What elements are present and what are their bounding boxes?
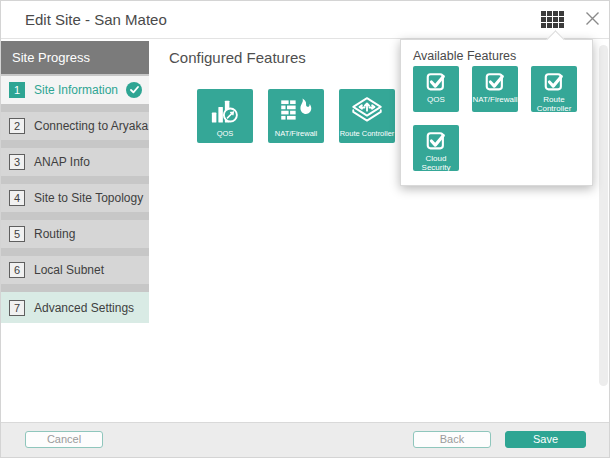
cancel-button[interactable]: Cancel — [25, 431, 103, 448]
back-button[interactable]: Back — [413, 431, 491, 448]
sidebar-item-local-subnet[interactable]: 6 Local Subnet — [1, 256, 149, 284]
apps-grid-icon — [541, 16, 564, 31]
checked-checkbox-icon — [531, 71, 577, 93]
dialog-title: Edit Site - San Mateo — [25, 11, 167, 28]
checked-checkbox-icon — [472, 71, 518, 93]
site-progress-sidebar: Site Progress 1 Site Information 2 Conne… — [1, 41, 149, 323]
step-number: 3 — [9, 154, 25, 170]
available-tile-qos[interactable]: QOS — [413, 66, 459, 112]
step-number: 4 — [9, 190, 25, 206]
available-features-tiles: QOS NAT/Firewall Route — [413, 66, 583, 171]
sidebar-steps: 1 Site Information 2 Connecting to Aryak… — [1, 74, 149, 323]
configured-tile-route-controller[interactable]: Route Controller — [339, 89, 395, 143]
checked-checkbox-icon — [413, 71, 459, 93]
configured-features-tiles: QOS NAT/Firewall — [197, 89, 395, 143]
step-label: Site to Site Topology — [34, 191, 143, 205]
close-dialog-button[interactable] — [582, 10, 602, 30]
step-label: Site Information — [34, 83, 118, 97]
sidebar-item-anap-info[interactable]: 3 ANAP Info — [1, 148, 149, 176]
tile-label: NAT/Firewall — [472, 95, 518, 104]
close-x-icon — [585, 14, 600, 29]
tile-label: NAT/Firewall — [268, 129, 324, 138]
sidebar-item-site-information[interactable]: 1 Site Information — [1, 76, 149, 104]
step-label: ANAP Info — [34, 155, 90, 169]
tile-label: Route Controller — [339, 129, 395, 138]
step-number: 5 — [9, 226, 25, 242]
title-bar: Edit Site - San Mateo — [1, 1, 609, 39]
available-tile-nat-firewall[interactable]: NAT/Firewall — [472, 66, 518, 112]
route-diamond-icon — [339, 95, 395, 125]
step-number: 2 — [9, 118, 25, 134]
edit-site-dialog: Edit Site - San Mateo Site Pro — [0, 0, 610, 458]
configured-features-heading: Configured Features — [169, 49, 306, 66]
step-number: 6 — [9, 262, 25, 278]
firewall-flame-icon — [268, 95, 324, 123]
available-features-popup: Available Features QOS N — [400, 39, 593, 186]
configured-tile-qos[interactable]: QOS — [197, 89, 253, 143]
step-number: 7 — [9, 300, 25, 316]
step-label: Connecting to Aryaka — [34, 119, 148, 133]
sidebar-item-advanced-settings[interactable]: 7 Advanced Settings — [1, 292, 149, 323]
configured-tile-nat-firewall[interactable]: NAT/Firewall — [268, 89, 324, 143]
available-features-title: Available Features — [413, 49, 516, 63]
sidebar-item-site-to-site-topology[interactable]: 4 Site to Site Topology — [1, 184, 149, 212]
tile-label: Route Controller — [531, 95, 577, 112]
step-label: Routing — [34, 227, 75, 241]
tile-label: Cloud Security — [413, 154, 459, 171]
step-label: Local Subnet — [34, 263, 104, 277]
content-scrollbar[interactable] — [599, 45, 608, 386]
tile-label: QOS — [197, 129, 253, 138]
step-label: Advanced Settings — [34, 301, 134, 315]
sidebar-header: Site Progress — [1, 41, 149, 74]
available-features-grid-button[interactable] — [539, 9, 565, 31]
qos-bars-gauge-icon — [197, 95, 253, 125]
checked-checkbox-icon — [413, 130, 459, 152]
tile-label: QOS — [413, 95, 459, 104]
step-complete-check-icon — [126, 82, 142, 98]
save-button[interactable]: Save — [505, 431, 586, 448]
sidebar-item-connecting-to-aryaka[interactable]: 2 Connecting to Aryaka — [1, 112, 149, 140]
available-tile-route-controller[interactable]: Route Controller — [531, 66, 577, 112]
available-tile-cloud-security[interactable]: Cloud Security — [413, 125, 459, 171]
sidebar-item-routing[interactable]: 5 Routing — [1, 220, 149, 248]
step-number: 1 — [9, 82, 25, 98]
dialog-footer: Cancel Back Save — [1, 422, 609, 457]
